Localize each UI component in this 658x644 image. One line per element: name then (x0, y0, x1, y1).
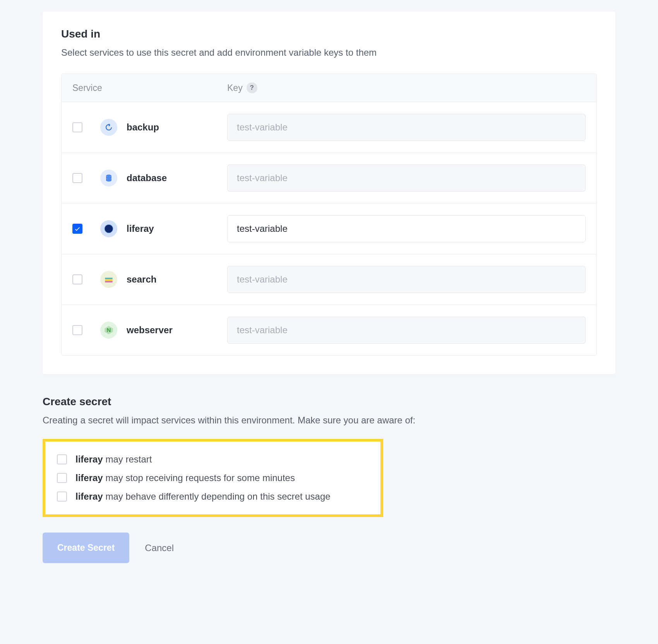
used-in-card: Used in Select services to use this secr… (43, 12, 615, 374)
create-secret-button[interactable]: Create Secret (43, 533, 129, 563)
key-input-webserver[interactable] (227, 317, 586, 344)
create-secret-title: Create secret (43, 396, 615, 408)
services-table: Service Key ? backupdatabaseliferaysearc… (61, 74, 597, 356)
warning-checkbox[interactable] (57, 492, 67, 502)
service-row-webserver: Nwebserver (62, 305, 596, 355)
help-icon[interactable]: ? (247, 82, 257, 93)
warning-item: liferay may behave differently depending… (57, 487, 369, 506)
service-label-backup: backup (127, 122, 159, 133)
form-actions: Create Secret Cancel (43, 533, 615, 563)
header-service: Service (72, 82, 227, 93)
warning-checkbox[interactable] (57, 473, 67, 483)
warning-text: liferay may restart (75, 454, 152, 465)
used-in-description: Select services to use this secret and a… (61, 47, 597, 58)
warning-item: liferay may stop receiving requests for … (57, 469, 369, 487)
service-checkbox-search[interactable] (72, 274, 82, 284)
warning-text: liferay may stop receiving requests for … (75, 473, 295, 483)
warning-text: liferay may behave differently depending… (75, 491, 331, 502)
used-in-title: Used in (61, 28, 597, 40)
key-input-backup[interactable] (227, 114, 586, 141)
create-secret-description: Creating a secret will impact services w… (43, 415, 615, 426)
backup-icon (100, 119, 117, 136)
service-checkbox-database[interactable] (72, 173, 82, 183)
service-row-liferay: liferay (62, 204, 596, 254)
service-row-database: database (62, 153, 596, 204)
svg-point-0 (106, 175, 111, 177)
key-input-liferay[interactable] (227, 215, 586, 242)
service-label-search: search (127, 274, 156, 285)
liferay-icon (100, 220, 117, 237)
service-checkbox-backup[interactable] (72, 122, 82, 132)
webserver-icon: N (100, 322, 117, 339)
create-secret-section: Create secret Creating a secret will imp… (43, 396, 615, 563)
service-label-database: database (127, 173, 167, 183)
service-label-liferay: liferay (127, 223, 154, 234)
warning-checkbox[interactable] (57, 454, 67, 464)
table-header: Service Key ? (62, 74, 596, 102)
database-icon (100, 170, 117, 187)
warning-item: liferay may restart (57, 450, 369, 469)
key-input-database[interactable] (227, 164, 586, 192)
service-label-webserver: webserver (127, 325, 173, 336)
key-input-search[interactable] (227, 266, 586, 293)
service-checkbox-webserver[interactable] (72, 325, 82, 335)
cancel-button[interactable]: Cancel (145, 543, 174, 553)
service-checkbox-liferay[interactable] (72, 224, 82, 234)
warning-box: liferay may restartliferay may stop rece… (43, 439, 383, 517)
service-row-search: search (62, 254, 596, 305)
svg-text:N: N (107, 327, 111, 333)
search-icon (100, 271, 117, 288)
service-row-backup: backup (62, 102, 596, 153)
header-key: Key (227, 83, 243, 93)
